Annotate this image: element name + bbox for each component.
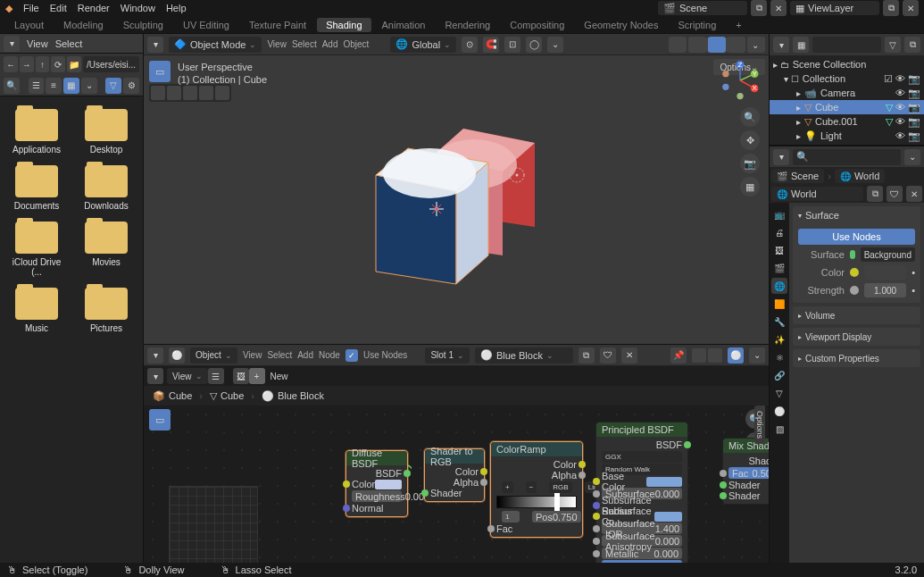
node-header[interactable]: Diffuse BSDF bbox=[346, 451, 407, 465]
ol-display-mode-icon[interactable]: ▦ bbox=[793, 37, 809, 53]
node-colorramp[interactable]: ColorRamp Color Alpha + − RGB Linear bbox=[490, 441, 583, 538]
ne-add-button[interactable]: + bbox=[249, 368, 265, 384]
slot-selector[interactable]: Slot 1 bbox=[425, 347, 470, 364]
sel-mode-1-icon[interactable] bbox=[151, 86, 165, 100]
display-sort-icon[interactable]: ⌄ bbox=[81, 78, 97, 94]
nav-up-icon[interactable]: ↑ bbox=[36, 56, 50, 72]
nav-gizmo-icon[interactable]: Z Y X bbox=[720, 61, 760, 100]
folder-item[interactable]: Downloads bbox=[73, 162, 139, 214]
vp-menu-add[interactable]: Add bbox=[322, 39, 338, 49]
bc-data[interactable]: ▽ Cube bbox=[210, 390, 244, 402]
ne-shader-type-icon[interactable]: ⚪ bbox=[169, 347, 185, 364]
shading-render-icon[interactable] bbox=[728, 37, 745, 53]
ne-overlays-icon[interactable]: ⚪ bbox=[728, 347, 744, 364]
ramp-mode[interactable]: RGB bbox=[549, 481, 571, 493]
sel-mode-5-icon[interactable] bbox=[215, 86, 229, 100]
node-principled-bsdf[interactable]: Principled BSDF BSDF GGX Random Walk Bas… bbox=[595, 422, 688, 563]
sel-mode-2-icon[interactable] bbox=[167, 86, 181, 100]
data-type-selector[interactable]: Object bbox=[190, 347, 237, 364]
fb-menu-select[interactable]: Select bbox=[55, 38, 83, 49]
bc-object[interactable]: 📦 Cube bbox=[153, 390, 192, 402]
ol-filter-icon[interactable]: ▽ bbox=[885, 37, 901, 53]
node-mix-shader[interactable]: Mix Shader Shader Fac0.500 Shader Shader bbox=[722, 438, 769, 505]
sel-mode-3-icon[interactable] bbox=[183, 86, 197, 100]
mat-fake-icon[interactable]: 🛡 bbox=[600, 347, 616, 364]
prop-tab-particles-icon[interactable]: ✨ bbox=[771, 331, 787, 347]
tool-select-box-icon[interactable]: ▭ bbox=[149, 61, 171, 82]
outliner-search-input[interactable] bbox=[812, 37, 881, 53]
collection-render-icon[interactable]: 📷 bbox=[908, 73, 920, 85]
menu-help[interactable]: Help bbox=[166, 3, 187, 13]
menu-file[interactable]: File bbox=[23, 3, 39, 13]
vp-persp-icon[interactable]: ▦ bbox=[740, 177, 760, 197]
properties-search-input[interactable]: 🔍 bbox=[793, 149, 901, 165]
prop-tab-physics-icon[interactable]: ⚛ bbox=[771, 349, 787, 365]
folder-item[interactable]: Applications bbox=[4, 105, 70, 158]
material-slot-icon[interactable]: ▽ bbox=[886, 102, 893, 113]
vp-editor-type-icon[interactable]: ▾ bbox=[147, 37, 163, 53]
ne-view-menu[interactable]: View bbox=[167, 368, 208, 384]
colorramp-gradient[interactable] bbox=[496, 496, 577, 508]
surface-shader-select[interactable]: Background bbox=[861, 247, 915, 262]
tab-uv-editing[interactable]: UV Editing bbox=[174, 18, 238, 32]
filter-icon[interactable]: ▽ bbox=[105, 78, 121, 94]
prop-tab-world-icon[interactable]: 🌐 bbox=[771, 278, 787, 294]
outliner-item[interactable]: ▸ ▽ Cube.001▽👁📷 bbox=[770, 114, 924, 129]
tab-compositing[interactable]: Compositing bbox=[501, 18, 573, 32]
item-render-icon[interactable]: 📷 bbox=[908, 102, 920, 113]
folder-item[interactable]: Desktop bbox=[73, 105, 139, 158]
ne-new-label[interactable]: New bbox=[265, 372, 294, 381]
ne-overlay-dd-icon[interactable]: ⌄ bbox=[749, 347, 765, 364]
ne-hamburger-icon[interactable]: ☰ bbox=[208, 368, 224, 384]
bc-world[interactable]: 🌐 World bbox=[835, 169, 886, 183]
item-hide-icon[interactable]: 👁 bbox=[895, 130, 905, 142]
scene-selector[interactable]: 🎬Scene bbox=[658, 1, 747, 15]
bc-material[interactable]: ⚪ Blue Block bbox=[262, 390, 324, 402]
display-list-icon[interactable]: ☰ bbox=[29, 78, 45, 94]
vp-move-icon[interactable]: ✥ bbox=[740, 130, 760, 150]
nav-forward-icon[interactable]: → bbox=[20, 56, 34, 72]
display-thumb-icon[interactable]: ▦ bbox=[63, 78, 79, 94]
vp-camera-icon[interactable]: 📷 bbox=[740, 154, 760, 173]
tab-texture-paint[interactable]: Texture Paint bbox=[240, 18, 315, 32]
node-shader-to-rgb[interactable]: Shader to RGB Color Alpha Shader bbox=[424, 448, 485, 502]
tab-add-icon[interactable]: + bbox=[727, 18, 750, 32]
prop-tab-viewlayer-icon[interactable]: 🖼 bbox=[771, 242, 787, 258]
3d-viewport[interactable]: ▾ 🔷Object Mode View Select Add Object 🌐G… bbox=[144, 34, 769, 345]
panel-viewport-display[interactable]: Viewport Display bbox=[793, 328, 920, 346]
tab-sculpting[interactable]: Sculpting bbox=[114, 18, 172, 32]
tab-animation[interactable]: Animation bbox=[373, 18, 435, 32]
prop-tab-modifier-icon[interactable]: 🔧 bbox=[771, 314, 787, 330]
prop-tab-material-icon[interactable]: ⚪ bbox=[771, 403, 787, 419]
strength-link-icon[interactable]: • bbox=[912, 285, 915, 296]
world-strength-field[interactable]: 1.000 bbox=[864, 283, 906, 297]
menu-render[interactable]: Render bbox=[78, 3, 110, 13]
folder-item[interactable]: Documents bbox=[4, 162, 70, 214]
distribution-select[interactable]: GGX bbox=[602, 451, 682, 463]
mat-browse-icon[interactable]: ⧉ bbox=[579, 347, 595, 364]
menu-edit[interactable]: Edit bbox=[50, 3, 67, 13]
ol-editor-type-icon[interactable]: ▾ bbox=[773, 37, 789, 53]
prop-options-icon[interactable]: ⌄ bbox=[904, 149, 920, 165]
viewlayer-delete-icon[interactable]: ✕ bbox=[903, 0, 919, 16]
shading-dropdown-icon[interactable]: ⌄ bbox=[747, 37, 763, 53]
ne-snap-icon[interactable] bbox=[692, 348, 706, 363]
shader-node-editor[interactable]: ▾ ⚪ Object View Select Add Node ✓ Use No… bbox=[144, 345, 769, 563]
collection-exclude-icon[interactable]: ☑ bbox=[884, 73, 893, 85]
prop-tab-object-icon[interactable]: 🟧 bbox=[771, 296, 787, 312]
nav-back-icon[interactable]: ← bbox=[4, 56, 18, 72]
editor-type-icon[interactable]: ▾ bbox=[4, 36, 20, 52]
tab-geometry-nodes[interactable]: Geometry Nodes bbox=[575, 18, 667, 32]
node-header[interactable]: ColorRamp bbox=[491, 442, 582, 456]
proportional-icon[interactable]: ◯ bbox=[526, 37, 542, 53]
pin-icon[interactable]: 📌 bbox=[670, 347, 687, 364]
search-icon[interactable]: 🔍 bbox=[4, 78, 20, 94]
item-render-icon[interactable]: 📷 bbox=[908, 130, 920, 142]
collection-hide-icon[interactable]: 👁 bbox=[895, 73, 905, 85]
viewlayer-selector[interactable]: ▦ViewLayer bbox=[790, 1, 879, 15]
folder-item[interactable]: Pictures bbox=[73, 284, 139, 337]
prop-tab-data-icon[interactable]: ▽ bbox=[771, 385, 787, 401]
use-nodes-button[interactable]: Use Nodes bbox=[798, 229, 915, 245]
folder-item[interactable]: Music bbox=[4, 284, 70, 337]
proportional-falloff-icon[interactable]: ⌄ bbox=[547, 37, 563, 53]
